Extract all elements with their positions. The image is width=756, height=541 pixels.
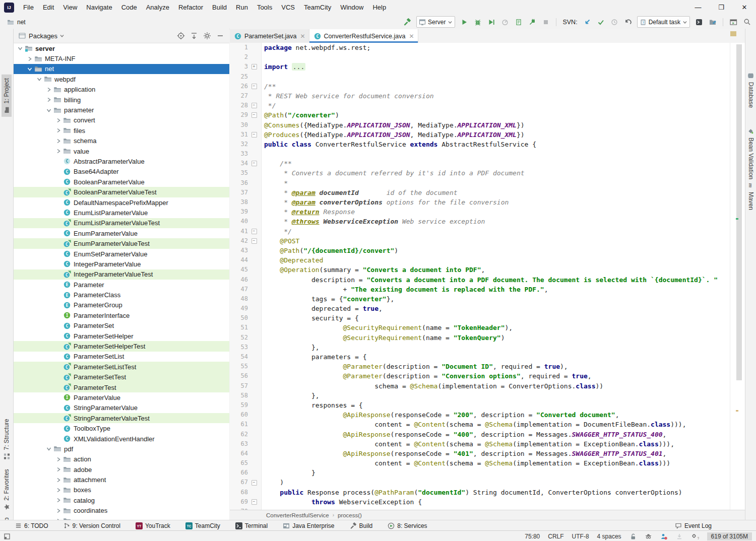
- chevron-right-icon[interactable]: [54, 466, 62, 473]
- run-config-select[interactable]: Server: [416, 16, 455, 28]
- tree-item-parameterinterface[interactable]: IParameterInterface: [14, 310, 229, 320]
- tree-item-abstractparametervalue[interactable]: CAbstractParameterValue: [14, 156, 229, 166]
- build-panel-button[interactable]: Build: [350, 522, 373, 529]
- tree-item-adobe[interactable]: adobe: [14, 464, 229, 475]
- terminal-button[interactable]: Terminal: [235, 522, 268, 529]
- breadcrumb-item[interactable]: ConverterRestfulService: [266, 512, 329, 518]
- chevron-right-icon[interactable]: [54, 487, 62, 494]
- chevron-down-icon[interactable]: [16, 45, 24, 52]
- editor-tab-converterrestfulservice.java[interactable]: CConverterRestfulService.java✕: [309, 29, 418, 43]
- fold-collapse-icon[interactable]: −: [251, 103, 257, 108]
- spy-icon[interactable]: [645, 533, 652, 540]
- fold-collapse-icon[interactable]: −: [251, 84, 257, 89]
- tree-item-files[interactable]: files: [14, 125, 229, 136]
- tree-item-parameter[interactable]: parameter: [14, 105, 229, 115]
- chevron-right-icon[interactable]: [54, 477, 62, 484]
- preview-button[interactable]: [727, 17, 739, 28]
- menu-run[interactable]: Run: [231, 4, 253, 11]
- tree-item-parametergroup[interactable]: EParameterGroup: [14, 300, 229, 310]
- tree-item-toolboxtype[interactable]: CToolboxType: [14, 423, 229, 433]
- code-analysis-indicator[interactable]: [730, 31, 736, 36]
- encoding-selector[interactable]: UTF-8: [572, 533, 589, 540]
- tree-item-parametersethelpertest[interactable]: CParameterSetHelperTest: [14, 341, 229, 351]
- menu-window[interactable]: Window: [336, 4, 368, 11]
- locate-icon[interactable]: [177, 32, 185, 40]
- chevron-right-icon[interactable]: [44, 96, 53, 103]
- scrollbar-mark-green[interactable]: [736, 218, 738, 220]
- chevron-right-icon[interactable]: [25, 55, 34, 62]
- chevron-right-icon[interactable]: [54, 138, 62, 145]
- fold-collapse-icon[interactable]: −: [251, 132, 257, 138]
- gears-icon[interactable]: ?: [691, 533, 699, 540]
- tree-item-parameter[interactable]: EParameter: [14, 280, 229, 290]
- version-control-button[interactable]: 9: Version Control: [64, 522, 120, 529]
- menu-analyze[interactable]: Analyze: [142, 4, 174, 11]
- tree-item-meta-inf[interactable]: META-INF: [14, 53, 229, 63]
- menu-file[interactable]: File: [19, 4, 38, 11]
- tree-item-convert[interactable]: convert: [14, 115, 229, 125]
- debug-button[interactable]: [472, 17, 484, 28]
- menu-tools[interactable]: Tools: [253, 4, 277, 11]
- tree-item-value[interactable]: value: [14, 146, 229, 156]
- services-button[interactable]: 8: Services: [388, 522, 427, 529]
- fold-collapse-icon[interactable]: −: [251, 480, 257, 486]
- code-editor[interactable]: 1package net.webpdf.ws.rest;23+import ..…: [230, 43, 745, 510]
- hide-icon[interactable]: [216, 32, 224, 40]
- settings-icon[interactable]: [203, 32, 211, 40]
- breadcrumb-item[interactable]: process(): [338, 512, 362, 518]
- editor-scrollbar[interactable]: [736, 44, 742, 510]
- chevron-right-icon[interactable]: [44, 86, 53, 93]
- task-select[interactable]: ?Default task: [637, 16, 690, 28]
- vcs-rollback-button[interactable]: [622, 17, 634, 28]
- minimize-button[interactable]: —: [686, 0, 710, 15]
- tree-item-application[interactable]: application: [14, 85, 229, 95]
- tree-item-billing[interactable]: billing: [14, 95, 229, 105]
- tree-item-enumsetparametervalue[interactable]: CEnumSetParameterValue: [14, 249, 229, 259]
- lock-icon[interactable]: [629, 533, 637, 540]
- line-ending-selector[interactable]: CRLF: [548, 533, 563, 540]
- maximize-button[interactable]: ❒: [710, 0, 733, 15]
- fold-collapse-icon[interactable]: −: [251, 161, 257, 166]
- collapse-all-icon[interactable]: [190, 32, 198, 40]
- close-tab-icon[interactable]: ✕: [409, 33, 414, 40]
- tree-item-enumparametervalue[interactable]: CEnumParameterValue: [14, 228, 229, 238]
- caret-position[interactable]: 75:80: [525, 533, 540, 540]
- tree-item-parametervalue[interactable]: IParameterValue: [14, 392, 229, 402]
- menu-teamcity[interactable]: TeamCity: [299, 4, 336, 11]
- close-tab-icon[interactable]: ✕: [300, 33, 305, 40]
- tree-item-parameterclass[interactable]: EParameterClass: [14, 290, 229, 300]
- tool-button-structure[interactable]: 7: Structure: [2, 415, 12, 463]
- indent-selector[interactable]: 4 spaces: [597, 533, 621, 540]
- youtrack-button[interactable]: YTYouTrack: [136, 522, 170, 529]
- tree-item-catalog[interactable]: catalog: [14, 495, 229, 505]
- chevron-down-icon[interactable]: [44, 445, 53, 452]
- breadcrumb[interactable]: net: [17, 19, 26, 26]
- user-dot-icon[interactable]: [660, 533, 668, 540]
- fold-collapse-icon[interactable]: −: [251, 229, 257, 234]
- tree-item-net[interactable]: net: [14, 64, 229, 74]
- menu-navigate[interactable]: Navigate: [82, 4, 116, 11]
- tree-item-integerparametervaluetest[interactable]: CIntegerParameterValueTest: [14, 269, 229, 280]
- profiler-button[interactable]: [499, 17, 511, 28]
- chevron-right-icon[interactable]: [54, 456, 62, 463]
- tree-item-booleanparametervalue[interactable]: CBooleanParameterValue: [14, 177, 229, 187]
- fold-expand-icon[interactable]: +: [251, 64, 257, 70]
- open-changes-button[interactable]: [693, 17, 705, 28]
- run-button[interactable]: [458, 17, 470, 28]
- tree-item-enumlistparametervalue[interactable]: CEnumListParameterValue: [14, 208, 229, 218]
- vcs-update-button[interactable]: [581, 17, 593, 28]
- chevron-right-icon[interactable]: [54, 497, 62, 504]
- chevron-right-icon[interactable]: [54, 117, 62, 124]
- tree-item-parametersetlist[interactable]: CParameterSetList: [14, 352, 229, 362]
- tree-item-boxes[interactable]: boxes: [14, 485, 229, 495]
- chevron-down-icon[interactable]: [35, 76, 43, 83]
- tree-item-action[interactable]: action: [14, 454, 229, 464]
- fold-collapse-icon[interactable]: −: [251, 499, 257, 505]
- scrollbar-mark-tan[interactable]: [736, 410, 738, 412]
- editor-tab-parameterset.java[interactable]: CParameterSet.java✕: [230, 29, 309, 43]
- attach-debugger-button[interactable]: [526, 17, 538, 28]
- tree-item-enumparametervaluetest[interactable]: CEnumParameterValueTest: [14, 238, 229, 248]
- menu-build[interactable]: Build: [208, 4, 231, 11]
- menu-view[interactable]: View: [58, 4, 82, 11]
- build-artifacts-button[interactable]: [513, 17, 525, 28]
